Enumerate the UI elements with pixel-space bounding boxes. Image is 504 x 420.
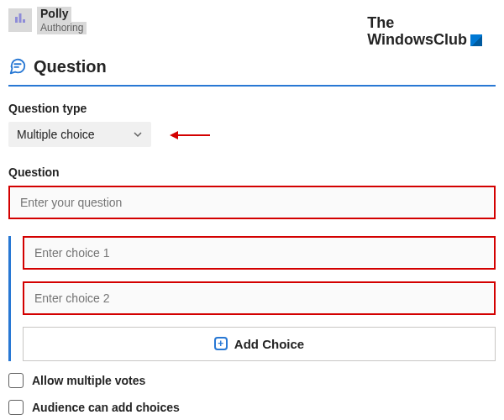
brand-square-icon <box>470 34 482 46</box>
topbar: Polly Authoring The WindowsClub <box>8 7 496 49</box>
allow-multiple-row: Allow multiple votes <box>8 373 496 388</box>
choices-block: + Add Choice <box>8 236 496 361</box>
choice-input-1[interactable] <box>23 236 496 270</box>
question-type-label: Question type <box>8 102 496 115</box>
audience-add-label: Audience can add choices <box>32 401 180 414</box>
header-divider <box>8 85 496 87</box>
brand-line2: WindowsClub <box>367 32 467 49</box>
question-type-block: Question type Multiple choice <box>8 102 496 147</box>
chat-poll-icon <box>8 57 27 76</box>
question-label: Question <box>8 165 496 179</box>
app-meta: Polly Authoring <box>37 7 87 34</box>
app-subtitle: Authoring <box>37 22 87 34</box>
app-name: Polly <box>37 7 71 22</box>
add-choice-label: Add Choice <box>234 337 304 351</box>
question-type-value: Multiple choice <box>17 128 95 141</box>
allow-multiple-checkbox[interactable] <box>8 373 24 388</box>
plus-icon: + <box>214 337 228 350</box>
question-block: Question <box>8 165 496 219</box>
section-header: Question <box>8 57 496 76</box>
chevron-down-icon <box>133 129 143 139</box>
audience-add-checkbox[interactable] <box>8 400 24 415</box>
annotation-arrow-icon <box>170 129 210 141</box>
brand-line1: The <box>367 15 482 32</box>
audience-add-row: Audience can add choices <box>8 400 496 415</box>
brand-logo: The WindowsClub <box>367 7 496 49</box>
question-input[interactable] <box>8 186 496 219</box>
add-choice-button[interactable]: + Add Choice <box>23 327 496 361</box>
choice-input-2[interactable] <box>23 281 496 315</box>
question-type-select[interactable]: Multiple choice <box>8 122 151 147</box>
svg-marker-1 <box>170 131 178 139</box>
page-title: Question <box>34 57 107 76</box>
app-avatar <box>8 8 32 32</box>
app-info: Polly Authoring <box>8 7 87 34</box>
poll-glyph-icon <box>13 12 27 29</box>
allow-multiple-label: Allow multiple votes <box>32 374 145 387</box>
